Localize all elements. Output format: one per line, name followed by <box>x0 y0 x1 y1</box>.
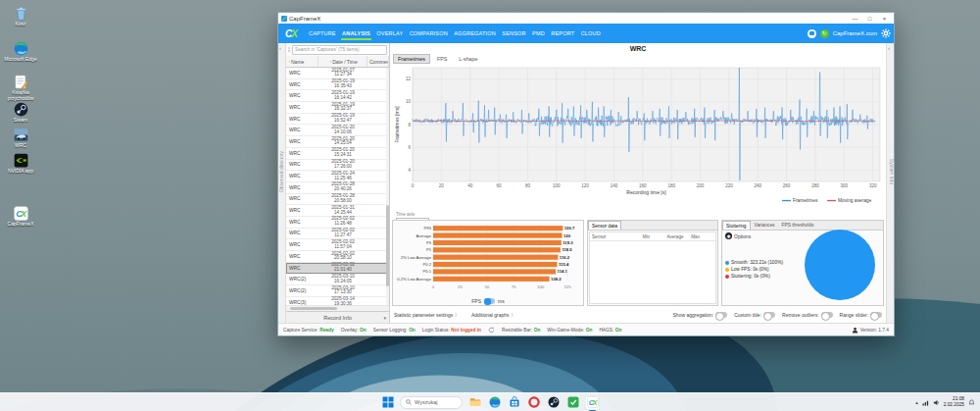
taskbar-icon-file-explorer[interactable] <box>467 395 482 410</box>
settings-gear-icon[interactable] <box>881 28 891 38</box>
taskbar-icon-steam[interactable] <box>546 395 561 410</box>
table-row[interactable]: WRC2025-01-1916:35:43 <box>286 79 389 91</box>
volume-icon[interactable] <box>933 399 940 406</box>
table-row[interactable]: WRC2025-01-2820:40:26 <box>286 182 389 194</box>
table-row[interactable]: WRC2025-01-1916:32:37 <box>286 102 389 114</box>
desktop-icon-steam[interactable]: Steam <box>4 102 37 124</box>
table-row[interactable]: WRC2025-01-2411:25:46 <box>286 171 389 182</box>
svg-text:75: 75 <box>512 284 516 289</box>
tab-l-shape[interactable]: L-shape <box>454 54 482 64</box>
desktop-icon-recycle-bin[interactable]: Kosz <box>4 6 37 27</box>
nav-tab-report[interactable]: REPORT <box>550 26 575 40</box>
table-row[interactable]: WRC(3)2025-03-1419:30:36 <box>286 297 389 305</box>
clock[interactable]: 21:08 2.02.2025 <box>944 396 964 407</box>
tray-chevron-up-icon[interactable]: ▴ <box>915 399 918 405</box>
vertical-scrollbar[interactable] <box>386 68 389 305</box>
tab-fps-thresholds[interactable]: FPS thresholds <box>779 221 817 230</box>
window-titlebar[interactable]: CapFrameX — □ × <box>278 13 894 24</box>
taskbar-icon-capframex[interactable]: CX <box>585 395 600 410</box>
table-row[interactable]: WRC2025-01-2015:24:31 <box>286 148 389 160</box>
table-row[interactable]: WRC2025-01-2014:10:06 <box>286 125 389 136</box>
table-row[interactable]: WRC2025-02-0211:26:48 <box>286 217 389 229</box>
desktop-icon-edge[interactable]: Microsoft Edge <box>4 41 37 63</box>
tab-fps[interactable]: FPS <box>432 54 452 64</box>
close-button[interactable]: × <box>878 14 891 24</box>
nav-tab-cloud[interactable]: CLOUD <box>580 26 602 40</box>
toggle-switch[interactable] <box>715 312 727 318</box>
desktop-icon-capframex[interactable]: CXCapFrameX <box>4 206 37 228</box>
table-row[interactable]: WRC2025-01-2017:26:00 <box>286 160 389 172</box>
tab-sensor-data[interactable]: Sensor data <box>588 221 621 230</box>
notification-bell-icon[interactable] <box>968 399 975 406</box>
nav-tab-sensor[interactable]: SENSOR <box>501 26 526 40</box>
table-row[interactable]: WRC(2)2025-03-1017:13:30 <box>286 285 389 297</box>
table-row[interactable]: WRC2025-01-1916:52:47 <box>286 114 389 126</box>
options-gear-icon[interactable]: ✱ <box>725 232 732 239</box>
system-info-strip[interactable]: ‹ System Info <box>886 43 894 323</box>
legend-label: Low FPS: 0s (0%) <box>731 267 769 272</box>
taskbar-icon-opera[interactable] <box>526 395 541 410</box>
taskbar-icon-edge[interactable] <box>487 395 502 410</box>
desktop-icon-notes[interactable]: Książka przychodów <box>4 75 37 102</box>
collapse-left-icon[interactable]: ‹ <box>279 45 281 51</box>
website-link[interactable]: CapFrameX.com <box>833 30 877 36</box>
button-additional-graphs[interactable]: Additional graphs⁞ <box>471 312 512 318</box>
nav-tab-analysis[interactable]: ANALYSIS <box>341 26 371 40</box>
sensor-data-panel: Sensor data SensorMinAverageMax <box>587 220 718 306</box>
start-button[interactable] <box>380 395 395 410</box>
kebab-menu-icon[interactable]: ⁞ <box>512 312 513 318</box>
toggle-switch[interactable] <box>763 312 775 318</box>
table-row[interactable]: WRC2025-01-1916:14:42 <box>286 90 389 102</box>
table-row[interactable]: WRC2025-01-2820:58:00 <box>286 194 389 206</box>
record-info-bar[interactable]: Record Info ▾ <box>286 311 389 323</box>
svg-text:P95: P95 <box>424 226 432 231</box>
captures-table-header[interactable]: ↑Name↑Date / TimeComment <box>286 56 389 68</box>
maximize-button[interactable]: □ <box>863 14 876 24</box>
table-row[interactable]: WRC2025-02-0220:58:10 <box>286 251 389 263</box>
column-header-c3[interactable]: Comment <box>368 56 389 67</box>
table-row[interactable]: WRC(2)2025-03-1016:24:05 <box>286 274 389 285</box>
refresh-icon[interactable] <box>488 327 495 334</box>
button-statistic-parameter-settings[interactable]: Statistic parameter settings⁞ <box>394 312 456 318</box>
taskbar-search-input[interactable]: Wyszukaj <box>400 396 463 409</box>
feedback-icon[interactable] <box>808 29 816 38</box>
observed-directory-strip[interactable]: ‹ Observed directory <box>278 43 286 323</box>
tab-frametimes[interactable]: Frametimes <box>393 54 430 64</box>
network-icon[interactable] <box>922 399 929 406</box>
table-row[interactable]: WRC2025-01-0711:27:34 <box>286 68 389 79</box>
drag-handle-icon[interactable]: ⁞ <box>288 47 290 53</box>
record-datetime: 2025-03-1419:30:36 <box>318 297 368 305</box>
nav-tab-capture[interactable]: CAPTURE <box>308 26 337 40</box>
update-icon[interactable]: ↻ <box>820 29 829 38</box>
table-row[interactable]: WRC2025-01-3114:25:44 <box>286 205 389 217</box>
toggle-switch[interactable] <box>870 312 882 318</box>
desktop-icon-game[interactable]: WRC <box>4 128 37 149</box>
table-row[interactable]: WRC2025-02-0211:27:47 <box>286 229 389 240</box>
options-label[interactable]: Options <box>734 233 751 239</box>
status-label: Resizable Bar: <box>502 328 532 333</box>
column-header-c2[interactable]: ↑Date / Time <box>318 56 368 67</box>
taskbar-icon-microsoft-store[interactable] <box>507 395 521 410</box>
collapse-right-icon[interactable]: ‹ <box>888 45 890 51</box>
table-row[interactable]: WRC2025-02-0221:01:40 <box>286 263 389 275</box>
kebab-menu-icon[interactable]: ⁞ <box>455 312 456 318</box>
taskbar-icon-green-app[interactable] <box>565 395 580 410</box>
column-header-c1[interactable]: ↑Name <box>286 56 318 67</box>
nav-tab-pmd[interactable]: PMD <box>531 26 546 40</box>
legend-item: Low FPS: 0s (0%) <box>725 267 783 272</box>
unit-toggle[interactable] <box>484 298 495 304</box>
minimize-button[interactable]: — <box>849 14 861 24</box>
desktop-icon-nvidia[interactable]: NVIDIA app <box>4 153 37 175</box>
record-name: WRC <box>286 117 318 122</box>
table-row[interactable]: WRC2025-02-0211:57:04 <box>286 239 389 251</box>
toggle-switch[interactable] <box>821 312 833 318</box>
nav-tab-aggregation[interactable]: AGGREGATION <box>453 26 497 40</box>
status-hags-: HAGS:On <box>599 328 621 333</box>
frametimes-chart[interactable]: 0204060801001201401601802002202402602803… <box>393 64 885 211</box>
tab-variances[interactable]: Variances <box>752 221 778 230</box>
tab-stuttering[interactable]: Stuttering <box>722 221 751 230</box>
nav-tab-overlay[interactable]: OVERLAY <box>375 26 404 40</box>
nav-tab-comparison[interactable]: COMPARISON <box>409 26 449 40</box>
search-input[interactable]: Search in 'Captures' (75 items) <box>292 45 387 55</box>
table-row[interactable]: WRC2025-01-2014:25:04 <box>286 136 389 148</box>
